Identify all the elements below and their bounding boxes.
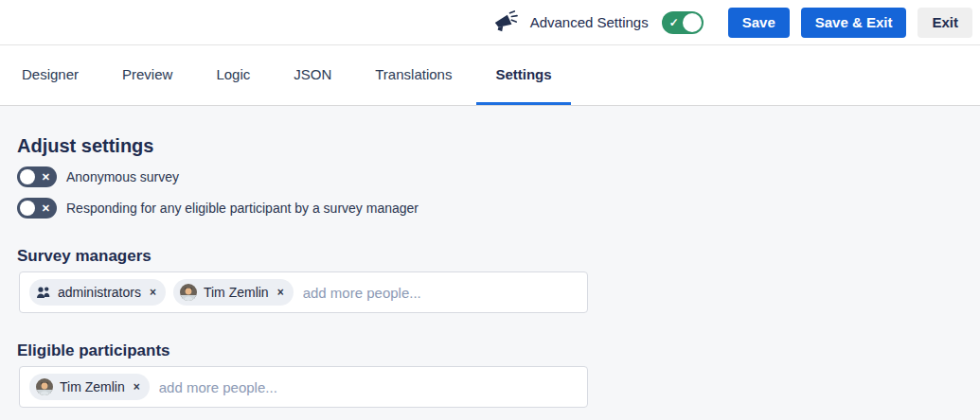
tab-settings[interactable]: Settings — [476, 45, 570, 105]
save-button[interactable]: Save — [728, 8, 790, 38]
tab-json[interactable]: JSON — [275, 45, 350, 105]
remove-tag-icon[interactable]: × — [150, 286, 156, 299]
anonymous-survey-label: Anonymous survey — [66, 169, 179, 184]
exit-button[interactable]: Exit — [918, 8, 972, 38]
advanced-settings-toggle[interactable]: ✓ — [662, 11, 704, 34]
tag-administrators: administrators × — [29, 279, 166, 306]
x-icon: ✕ — [42, 203, 50, 214]
check-icon: ✓ — [669, 17, 679, 28]
settings-panel: Adjust settings ✕ Anonymous survey ✕ Res… — [0, 106, 980, 408]
tag-tim-zemlin: Tim Zemlin × — [29, 374, 150, 400]
page-title: Adjust settings — [17, 135, 963, 157]
tab-translations[interactable]: Translations — [356, 45, 471, 105]
remove-tag-icon[interactable]: × — [277, 286, 284, 299]
tab-preview[interactable]: Preview — [103, 45, 191, 105]
group-icon — [36, 286, 51, 299]
survey-managers-input[interactable]: administrators × Tim Zemlin × — [19, 271, 588, 313]
advanced-settings-label: Advanced Settings — [530, 14, 649, 30]
toggle-row-anonymous: ✕ Anonymous survey — [17, 166, 963, 187]
megaphone-icon — [490, 10, 519, 35]
top-toolbar: Advanced Settings ✓ Save Save & Exit Exi… — [0, 0, 980, 45]
survey-managers-heading: Survey managers — [17, 247, 963, 266]
tag-tim-zemlin: Tim Zemlin × — [173, 279, 294, 306]
anonymous-survey-toggle[interactable]: ✕ — [17, 166, 57, 187]
remove-tag-icon[interactable]: × — [134, 380, 140, 394]
responding-toggle[interactable]: ✕ — [17, 198, 57, 219]
tab-designer[interactable]: Designer — [3, 45, 98, 105]
tag-label: Tim Zemlin — [204, 285, 269, 300]
responding-label: Responding for any eligible participant … — [66, 201, 419, 216]
avatar — [180, 284, 197, 301]
save-exit-button[interactable]: Save & Exit — [801, 8, 907, 38]
add-people-input[interactable] — [301, 284, 578, 302]
toggle-row-responding: ✕ Responding for any eligible participan… — [17, 198, 963, 219]
tag-label: administrators — [58, 285, 141, 300]
avatar — [36, 378, 53, 395]
x-icon: ✕ — [42, 172, 50, 183]
tag-label: Tim Zemlin — [60, 379, 125, 394]
toggle-knob — [20, 169, 35, 184]
eligible-participants-input[interactable]: Tim Zemlin × — [19, 366, 588, 408]
toggle-knob — [683, 13, 702, 32]
add-people-input[interactable] — [157, 378, 578, 396]
eligible-participants-heading: Eligible participants — [17, 341, 963, 360]
tab-logic[interactable]: Logic — [197, 45, 269, 105]
tab-bar: Designer Preview Logic JSON Translations… — [0, 45, 980, 106]
toggle-knob — [20, 201, 35, 216]
